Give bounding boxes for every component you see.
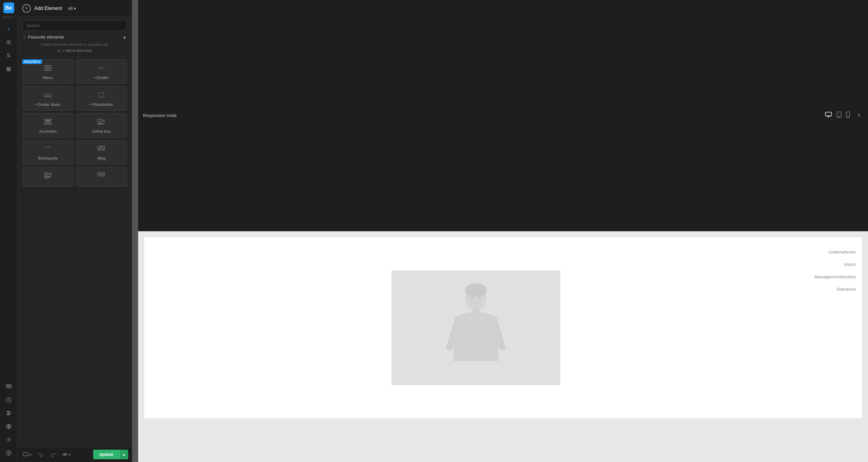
panel-collapse-toggle[interactable]: ‹ [132,456,138,462]
element-card-placeholder[interactable]: • Placeholder [76,86,127,111]
section-divider [22,57,127,57]
fav-description: Collect favourite elements in one place … [22,42,127,48]
svg-point-58 [839,116,839,117]
panel-title: Add Element [34,6,62,11]
svg-rect-1 [6,384,11,385]
svg-text:": " [44,145,48,152]
sidebar-icon-add[interactable]: ＋ [3,23,15,35]
filter-dropdown[interactable]: All ▾ [68,6,76,11]
tablet-icon[interactable] [835,111,843,120]
svg-rect-42 [44,173,48,175]
canvas-top-bar: Responsive mode × [138,0,868,231]
element-label-article-box: Article box [92,129,111,133]
nav-link-standorte[interactable]: Standorte [836,286,856,291]
element-label-placeholder: • Placeholder [90,102,113,107]
fashion-image [392,271,560,385]
star-icon: ☆ [22,35,26,39]
sidebar-icon-grid[interactable]: ▦ [3,63,15,75]
svg-rect-0 [6,386,11,387]
fav-collapse-btn[interactable]: ▲ [122,34,127,40]
element-card-divider[interactable]: • Divider [76,59,127,84]
divider-icon [97,65,105,73]
sidebar-icon-settings[interactable] [3,434,15,446]
svg-rect-16 [44,70,52,70]
element-card-extra1[interactable] [22,167,73,187]
preview-toggle-btn[interactable]: ▲ [60,450,73,459]
add-element-plus-btn[interactable]: + [22,4,31,13]
svg-rect-36 [98,146,101,148]
svg-rect-49 [102,173,105,175]
brand-logo[interactable]: Be [3,2,14,13]
update-button[interactable]: Update [93,450,119,459]
undo-btn[interactable] [36,450,46,459]
nav-link-unternehmen[interactable]: Unternehmen [829,249,856,254]
close-button[interactable]: × [855,111,863,120]
svg-point-60 [848,116,848,117]
sidebar-icon-layers[interactable] [3,380,15,393]
element-card-divider-basic[interactable]: • Divider Basic [22,86,73,111]
sidebar-icon-history[interactable] [3,394,15,406]
element-label-accordion: Accordion [39,129,57,133]
svg-point-64 [471,297,473,300]
fav-add-row: 🏷 > Add to favourites [22,49,127,53]
svg-point-65 [478,297,481,300]
mobile-icon[interactable] [845,111,851,120]
svg-rect-54 [826,112,832,116]
placeholder-icon [97,91,105,100]
sidebar-icon-arrows[interactable]: ⇅ [3,50,15,62]
element-card-menu[interactable]: Mega Menu Menu [22,59,73,84]
element-label-blockquote: Blockquote [38,156,58,160]
svg-text:": " [48,145,51,152]
element-card-blog[interactable]: Blog [76,140,127,164]
svg-rect-14 [44,65,52,66]
svg-point-8 [9,412,10,413]
element-label-blog: Blog [97,156,105,160]
svg-rect-23 [99,93,104,97]
fav-section-title: Favourite elements [28,35,64,39]
element-label-divider-basic: • Divider Basic [35,102,61,107]
svg-rect-2 [6,388,11,388]
fav-header: ☆ Favourite elements ▲ [22,34,127,40]
redo-btn[interactable] [48,450,58,459]
svg-rect-17 [45,67,46,68]
update-caret-btn[interactable]: ▲ [119,450,128,459]
responsive-toggle-btn[interactable]: ▲ [21,450,34,459]
element-label-menu: Menu [43,75,53,80]
favourites-section: ☆ Favourite elements ▲ Collect favourite… [18,31,132,57]
tag-icon: 🏷 [57,49,61,53]
nav-link-vision[interactable]: Vision [843,262,856,267]
search-section [18,17,132,31]
svg-marker-19 [101,67,102,69]
mega-menu-badge: Mega Menu [22,59,42,64]
svg-rect-27 [44,123,52,124]
element-card-extra2[interactable] [76,167,127,187]
element-card-blockquote[interactable]: " " Blockquote [22,140,73,164]
element-card-accordion[interactable]: Accordion [22,113,73,137]
fav-title-row: ☆ Favourite elements [22,35,64,39]
chevron-down-icon: ▾ [74,6,76,11]
sidebar-icon-globe[interactable] [3,421,15,432]
nav-link-managementstruktur[interactable]: Managementstruktur [814,274,856,279]
main-canvas-area: Responsive mode × [138,0,868,462]
sidebar-icon-wordpress[interactable] [3,447,15,459]
blog-icon [97,145,105,154]
svg-rect-52 [23,453,28,456]
divider-basic-icon [44,91,52,100]
update-btn-group: Update ▲ [93,450,128,459]
article-box-icon [97,118,105,127]
svg-rect-37 [102,146,105,148]
svg-point-62 [465,283,487,297]
desktop-icon[interactable] [824,111,833,120]
fav-add-text: > Add to favourites [62,49,92,53]
left-sidebar: Be V26.5.0.4 ＋ ⊞ ⇅ ▦ [0,0,18,462]
element-card-article-box[interactable]: Article box [76,113,127,137]
search-input[interactable] [22,21,127,31]
extra1-icon [44,172,52,180]
sidebar-icon-sliders[interactable] [3,407,15,419]
sidebar-icon-layout[interactable]: ⊞ [3,36,15,48]
version-text: V26.5.0.4 [3,16,14,19]
elements-grid-2col: Mega Menu Menu [22,59,127,187]
elements-grid: Mega Menu Menu [18,59,132,446]
filter-label: All [68,6,73,11]
accordion-icon [44,118,52,127]
